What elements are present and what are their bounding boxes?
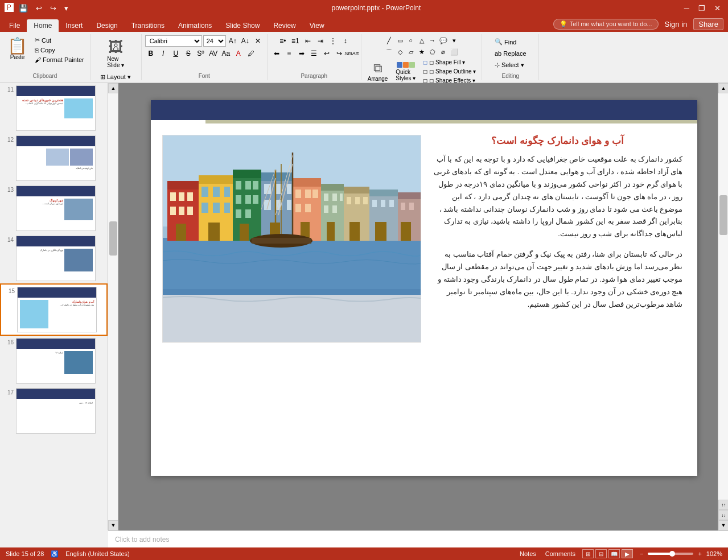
new-slide-button[interactable]: 🖼 NewSlide ▾ xyxy=(103,35,128,71)
restore-button[interactable]: ❐ xyxy=(696,3,708,14)
find-button[interactable]: 🔍 Find xyxy=(492,36,529,47)
shape-callout[interactable]: 💬 xyxy=(438,35,449,46)
select-button[interactable]: ⊹ Select ▾ xyxy=(492,60,529,71)
decrease-indent-button[interactable]: ⇤ xyxy=(302,35,314,47)
shape-connector[interactable]: ⌀ xyxy=(438,47,449,57)
tab-animations[interactable]: Animations xyxy=(171,19,219,32)
shape-fill-button[interactable]: ◻ ◻ Shape Fill ▾ xyxy=(421,58,478,67)
tab-review[interactable]: Review xyxy=(266,19,302,32)
tab-view[interactable]: View xyxy=(303,19,331,32)
ltr-button[interactable]: ↪ xyxy=(334,48,345,59)
save-button[interactable]: 💾 xyxy=(16,3,31,14)
minimize-button[interactable]: ─ xyxy=(681,3,692,14)
zoom-slider[interactable] xyxy=(648,553,693,555)
shape-freeform[interactable]: ⌒ xyxy=(384,47,394,57)
slide-item-15[interactable]: 15 آب و هوای دانمارک متن توضیحات آب و هو… xyxy=(0,283,108,336)
shadow-button[interactable]: S⁰ xyxy=(195,48,207,59)
shape-textbox[interactable]: ⬜ xyxy=(449,47,459,57)
zoom-out-button[interactable]: − xyxy=(637,550,645,558)
tab-insert[interactable]: Insert xyxy=(59,19,89,32)
align-center-button[interactable]: ≡ xyxy=(283,48,295,59)
comments-button[interactable]: Comments xyxy=(543,550,578,558)
slide-item-13[interactable]: 13 شهر کپنهاگ این شهر میزبان است... xyxy=(0,183,108,233)
character-spacing-button[interactable]: AV xyxy=(208,48,219,59)
paste-button[interactable]: 📋 Paste xyxy=(3,35,31,63)
tell-me-bar[interactable]: 💡 Tell me what you want to do... xyxy=(553,19,659,30)
line-spacing-button[interactable]: ↕ xyxy=(340,35,351,47)
shape-diamond[interactable]: ◇ xyxy=(395,47,405,57)
align-right-button[interactable]: ➡ xyxy=(296,48,307,59)
slide-sorter-button[interactable]: ⊟ xyxy=(595,549,607,558)
slide-item-11[interactable]: 11 هشترین شهرهای دیدنی شده پنجمین شهر جه… xyxy=(0,83,108,133)
slide-item-17[interactable]: 17 اسلاید ۱۷ - متن xyxy=(0,386,108,436)
align-left-button[interactable]: ⬅ xyxy=(271,48,282,59)
justify-button[interactable]: ☰ xyxy=(309,48,320,59)
shape-parallelogram[interactable]: ▱ xyxy=(406,47,416,57)
tab-home[interactable]: Home xyxy=(27,19,59,32)
shape-outline-button[interactable]: ◻ ◻ Shape Outline ▾ xyxy=(421,67,478,76)
font-name-select[interactable]: Calibri xyxy=(145,35,202,47)
share-button[interactable]: Share xyxy=(693,18,723,30)
bold-button[interactable]: B xyxy=(145,48,157,59)
canvas-area[interactable]: ▲ ▼ آب و هوای دانمارک چگونه است؟ کشور دا… xyxy=(108,83,728,530)
tab-transitions[interactable]: Transitions xyxy=(125,19,171,32)
increase-indent-button[interactable]: ⇥ xyxy=(315,35,326,47)
slide-item-12[interactable]: 12 متن توضیحی اسلاید xyxy=(0,133,108,183)
vertical-scrollbar-left[interactable]: ▲ ▼ xyxy=(108,83,118,530)
scroll-page-up[interactable]: ↑↑ xyxy=(718,500,728,510)
scroll-track-right[interactable] xyxy=(718,93,728,500)
smartart-button[interactable]: SmArt xyxy=(346,48,357,59)
increase-font-button[interactable]: A↑ xyxy=(227,35,238,47)
notes-area[interactable]: Click to add notes xyxy=(108,530,728,547)
slideshow-button[interactable]: ▶ xyxy=(622,549,633,558)
tab-slide-show[interactable]: Slide Show xyxy=(219,19,266,32)
notes-button[interactable]: Notes xyxy=(517,550,538,558)
replace-button[interactable]: ab Replace xyxy=(492,48,529,59)
normal-view-button[interactable]: ⊞ xyxy=(582,549,594,558)
tab-file[interactable]: File xyxy=(2,19,27,32)
quick-access-more[interactable]: ▾ xyxy=(61,3,71,14)
sign-in-button[interactable]: Sign in xyxy=(662,19,690,30)
quick-styles-button[interactable]: QuickStyles ▾ xyxy=(393,60,418,83)
shape-more[interactable]: ▾ xyxy=(449,35,459,46)
rtl-button[interactable]: ↩ xyxy=(321,48,332,59)
slide-item-14[interactable]: 14 نوع گردشگری در دانمارک xyxy=(0,233,108,283)
arrange-button[interactable]: ⧉ Arrange xyxy=(365,59,391,84)
column-button[interactable]: ⋮ xyxy=(327,35,339,47)
shape-circle[interactable]: ○ xyxy=(406,35,416,46)
zoom-in-button[interactable]: + xyxy=(696,550,704,558)
redo-button[interactable]: ↪ xyxy=(47,3,59,14)
strikethrough-button[interactable]: S xyxy=(183,48,194,59)
scroll-page-down[interactable]: ↓↓ xyxy=(718,510,728,520)
change-case-button[interactable]: Aa xyxy=(220,48,232,59)
scroll-down-button[interactable]: ▼ xyxy=(108,520,118,530)
bullets-button[interactable]: ≡• xyxy=(277,35,289,47)
scroll-track[interactable] xyxy=(108,93,118,520)
shape-triangle[interactable]: △ xyxy=(417,35,427,46)
italic-button[interactable]: I xyxy=(158,48,169,59)
layout-button[interactable]: ⊞ Layout ▾ xyxy=(98,72,134,82)
font-size-select[interactable]: 24 xyxy=(203,35,226,47)
tab-design[interactable]: Design xyxy=(89,19,124,32)
underline-button[interactable]: U xyxy=(170,48,182,59)
scroll-up-right[interactable]: ▲ xyxy=(718,83,728,93)
slide-panel[interactable]: 11 هشترین شهرهای دیدنی شده پنجمین شهر جه… xyxy=(0,83,108,530)
font-color-button[interactable]: A xyxy=(233,48,244,59)
slide-item-16[interactable]: 16 اسلاید ۱۶ xyxy=(0,336,108,386)
text-highlight-button[interactable]: 🖊 xyxy=(245,48,257,59)
shape-rect[interactable]: ▭ xyxy=(395,35,405,46)
format-painter-button[interactable]: 🖌 Format Painter xyxy=(32,55,87,64)
shape-star[interactable]: ★ xyxy=(417,47,427,57)
numbering-button[interactable]: ≡1 xyxy=(290,35,301,47)
shape-arrow[interactable]: → xyxy=(427,35,438,46)
clear-format-button[interactable]: ✕ xyxy=(252,35,264,47)
slide-text-section[interactable]: آب و هوای دانمارک چگونه است؟ کشور دانمار… xyxy=(433,135,683,343)
undo-button[interactable]: ↩ xyxy=(33,3,45,14)
close-button[interactable]: ✕ xyxy=(711,3,723,14)
reading-view-button[interactable]: 📖 xyxy=(608,549,620,558)
shape-pentagon[interactable]: ⬠ xyxy=(427,47,438,57)
cut-button[interactable]: ✂ Cut xyxy=(32,35,87,45)
vertical-scrollbar-right[interactable]: ▲ ↑↑ ↓↓ ▼ xyxy=(718,83,728,530)
decrease-font-button[interactable]: A↓ xyxy=(240,35,251,47)
copy-button[interactable]: ⎘ Copy xyxy=(32,46,87,55)
